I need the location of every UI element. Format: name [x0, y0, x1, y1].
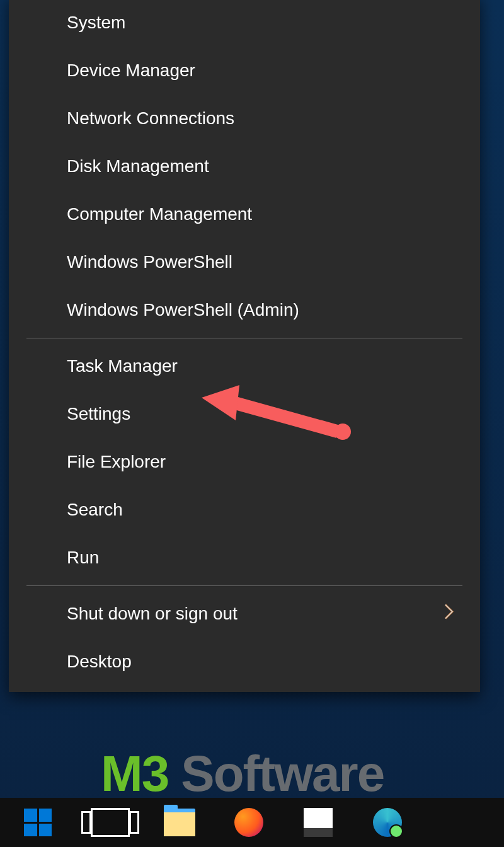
taskbar-firefox[interactable] — [214, 798, 284, 847]
start-button[interactable] — [0, 798, 76, 847]
menu-item-desktop[interactable]: Desktop — [9, 638, 480, 686]
edge-icon — [373, 808, 402, 837]
taskbar-file-explorer[interactable] — [145, 798, 214, 847]
menu-item-system[interactable]: System — [9, 0, 480, 47]
taskbar — [0, 798, 504, 847]
menu-item-powershell-admin[interactable]: Windows PowerShell (Admin) — [9, 286, 480, 334]
watermark-logo: M3 Software — [101, 745, 384, 803]
winx-context-menu: System Device Manager Network Connection… — [9, 0, 480, 692]
menu-item-label: Shut down or sign out — [67, 604, 238, 623]
menu-item-settings[interactable]: Settings — [9, 390, 480, 438]
menu-item-disk-management[interactable]: Disk Management — [9, 142, 480, 190]
taskbar-app[interactable] — [284, 798, 353, 847]
status-dot-icon — [389, 824, 403, 838]
menu-separator — [26, 585, 462, 586]
app-icon — [304, 808, 333, 837]
taskbar-edge[interactable] — [353, 798, 422, 847]
menu-item-device-manager[interactable]: Device Manager — [9, 47, 480, 95]
menu-item-computer-management[interactable]: Computer Management — [9, 190, 480, 238]
watermark-brand: M3 — [101, 746, 168, 802]
chevron-right-icon — [444, 603, 455, 625]
menu-item-task-manager[interactable]: Task Manager — [9, 342, 480, 390]
desktop-background: System Device Manager Network Connection… — [0, 0, 504, 847]
menu-item-search[interactable]: Search — [9, 486, 480, 534]
menu-item-run[interactable]: Run — [9, 534, 480, 582]
task-view-button[interactable] — [76, 798, 145, 847]
menu-item-shutdown-signout[interactable]: Shut down or sign out — [9, 590, 480, 638]
windows-logo-icon — [24, 809, 52, 836]
menu-item-network-connections[interactable]: Network Connections — [9, 95, 480, 142]
menu-item-powershell[interactable]: Windows PowerShell — [9, 238, 480, 286]
watermark-text: Software — [168, 746, 384, 802]
menu-item-file-explorer[interactable]: File Explorer — [9, 438, 480, 486]
menu-separator — [26, 338, 462, 338]
task-view-icon — [91, 808, 130, 837]
folder-icon — [164, 809, 195, 836]
firefox-icon — [234, 808, 263, 837]
